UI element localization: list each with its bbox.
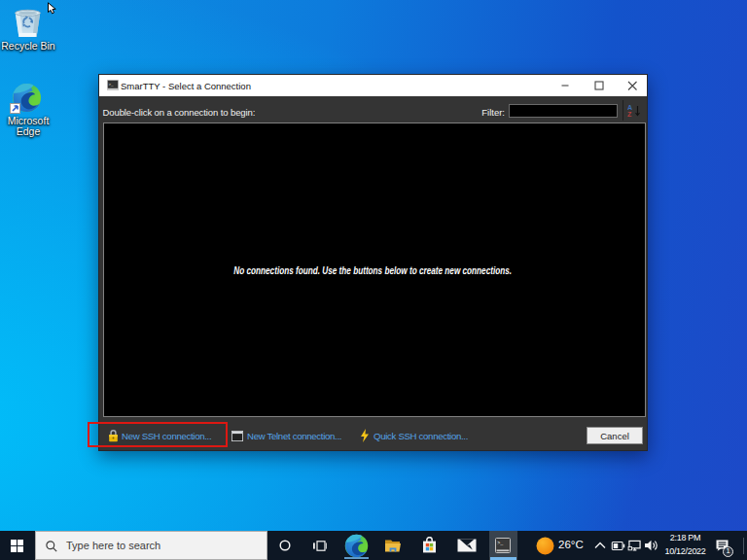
svg-text:>_: >_ (497, 541, 504, 546)
svg-text:A: A (627, 104, 632, 111)
svg-text:Z: Z (627, 111, 632, 118)
svg-text:>_: >_ (109, 83, 115, 87)
